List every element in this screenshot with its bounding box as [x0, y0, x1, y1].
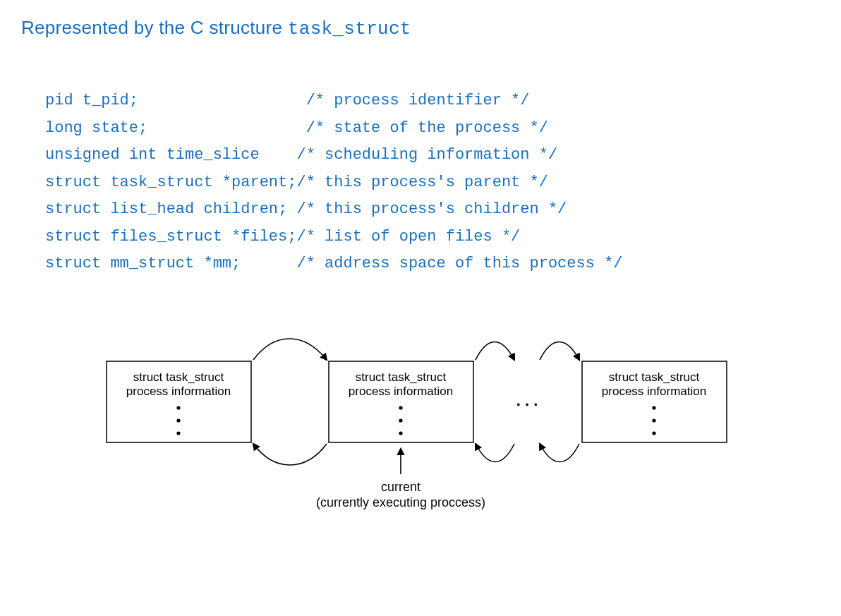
task-struct-box-2: struct task_struct process information: [329, 361, 473, 442]
link-arrow-backward-2b: [540, 444, 579, 462]
caption-line2: (currently executing proccess): [316, 495, 485, 509]
c-struct-code: pid t_pid; /* process identifier */ long…: [45, 87, 820, 278]
box2-line2: process information: [349, 385, 453, 398]
svg-point-9: [652, 406, 655, 409]
box1-line1: struct task_struct: [133, 370, 224, 384]
ellipsis-dots: . . .: [516, 392, 538, 409]
task-struct-box-1: struct task_struct process information: [107, 361, 251, 442]
svg-point-3: [176, 431, 180, 435]
svg-point-5: [399, 406, 402, 409]
box1-line2: process information: [126, 385, 231, 398]
svg-point-2: [176, 418, 180, 422]
slide-heading: Represented by the C structure task_stru…: [21, 17, 820, 40]
diagram-svg: struct task_struct process information s…: [92, 326, 749, 509]
link-arrow-forward-2b: [540, 342, 579, 360]
svg-point-1: [176, 406, 180, 409]
svg-point-6: [399, 418, 402, 422]
link-arrow-forward-2a: [476, 342, 514, 360]
svg-point-11: [652, 431, 655, 435]
svg-point-10: [652, 418, 655, 422]
linked-list-diagram: struct task_struct process information s…: [21, 326, 820, 509]
link-arrow-forward-1: [253, 339, 327, 360]
task-struct-box-3: struct task_struct process information: [582, 361, 727, 442]
heading-codeword: task_struct: [288, 18, 411, 40]
svg-point-7: [399, 431, 402, 435]
box2-line1: struct task_struct: [356, 370, 447, 384]
link-arrow-backward-2a: [476, 444, 514, 462]
caption-line1: current: [381, 480, 420, 494]
box3-line2: process information: [602, 385, 706, 398]
heading-prefix: Represented by the C structure: [21, 17, 288, 38]
link-arrow-backward-1: [253, 444, 327, 465]
box3-line1: struct task_struct: [609, 370, 700, 384]
